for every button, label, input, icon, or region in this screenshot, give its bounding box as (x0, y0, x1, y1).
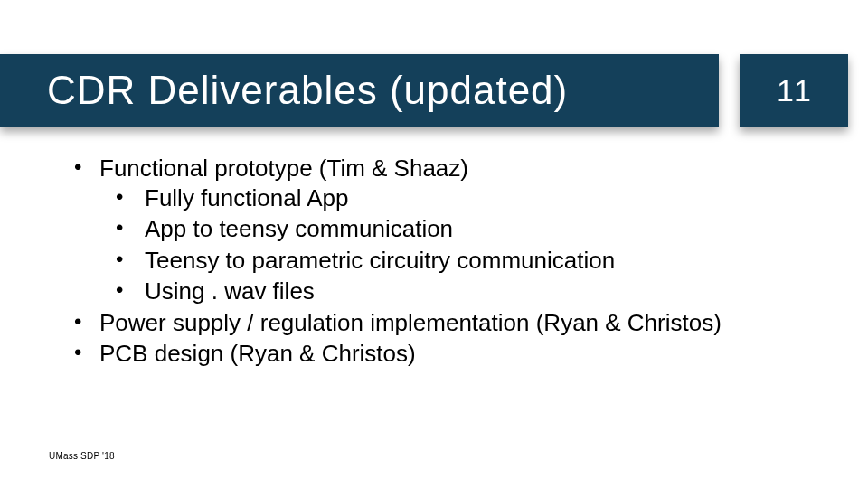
list-item: PCB design (Ryan & Christos) (71, 339, 812, 369)
list-item-text: PCB design (Ryan & Christos) (99, 340, 416, 367)
sublist-item: App to teensy communication (116, 214, 812, 244)
page-number-box: 11 (740, 54, 848, 127)
list-item: Power supply / regulation implementation… (71, 308, 812, 338)
sublist-item-text: Fully functional App (145, 184, 348, 211)
sublist-item-text: Using . wav files (145, 277, 315, 305)
content-area: Functional prototype (Tim & Shaaz) Fully… (71, 154, 812, 371)
sublist-item: Teensy to parametric circuitry communica… (116, 246, 812, 276)
sublist-item-text: App to teensy communication (145, 215, 453, 242)
sublist-item: Using . wav files (116, 277, 812, 306)
slide: CDR Deliverables (updated) 11 Functional… (0, 0, 868, 488)
bullet-list: Functional prototype (Tim & Shaaz) Fully… (71, 154, 812, 369)
footer-text: UMass SDP '18 (49, 451, 115, 461)
slide-title: CDR Deliverables (updated) (47, 68, 568, 113)
sublist-item: Fully functional App (116, 183, 812, 213)
page-number: 11 (777, 73, 811, 108)
list-item: Functional prototype (Tim & Shaaz) Fully… (71, 154, 812, 306)
title-bar: CDR Deliverables (updated) (0, 54, 719, 127)
sublist-wrap: Fully functional App App to teensy commu… (99, 183, 812, 306)
list-item-text: Power supply / regulation implementation… (99, 309, 722, 336)
sublist-item-text: Teensy to parametric circuitry communica… (145, 247, 615, 274)
sublist: Fully functional App App to teensy commu… (116, 183, 812, 306)
list-item-text: Functional prototype (Tim & Shaaz) (99, 155, 468, 182)
